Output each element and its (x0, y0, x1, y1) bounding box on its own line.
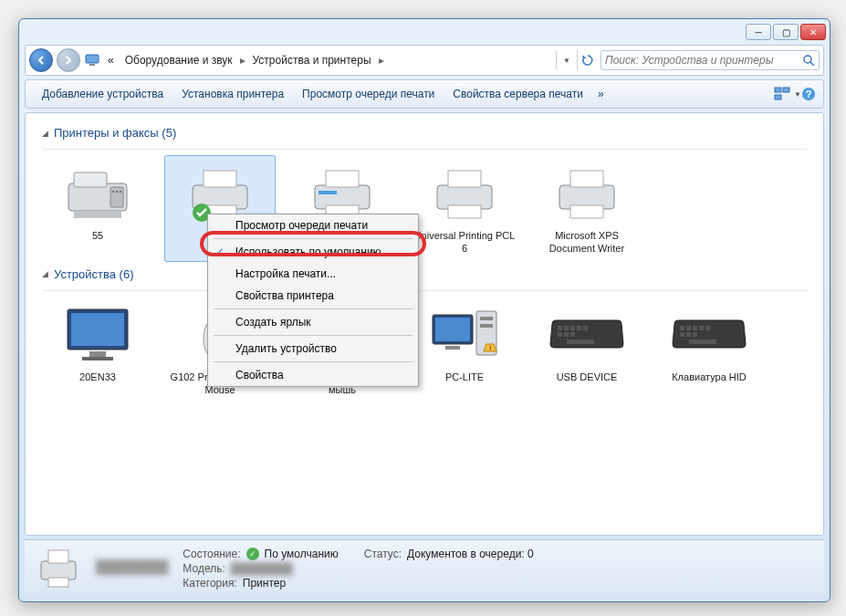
toolbar: Добавление устройства Установка принтера… (25, 79, 824, 109)
arrow-left-icon (36, 55, 47, 66)
printer-icon (36, 547, 81, 590)
collapse-icon: ◢ (42, 129, 48, 138)
printer-item[interactable]: Universal Printing PCL 6 (409, 155, 520, 262)
svg-rect-44 (480, 317, 493, 320)
nav-bar: « Оборудование и звук ▸ Устройства и при… (25, 45, 824, 76)
svg-rect-60 (705, 326, 710, 330)
svg-rect-42 (445, 346, 460, 350)
svg-rect-11 (110, 187, 123, 207)
group-header-printers[interactable]: ◢ Принтеры и факсы (5) (42, 120, 807, 150)
item-label: USB DEVICE (557, 371, 618, 383)
svg-rect-56 (680, 326, 684, 330)
selected-device-name: ████████ (96, 559, 168, 574)
ctx-properties[interactable]: Свойства (208, 364, 418, 386)
svg-rect-55 (567, 339, 594, 344)
state-key: Состояние: (183, 548, 240, 560)
toolbar-overflow-button[interactable]: » (592, 84, 610, 104)
menu-separator (214, 361, 413, 362)
refresh-icon (581, 54, 594, 67)
keyboard-icon (668, 303, 750, 367)
search-box[interactable] (601, 50, 820, 70)
svg-rect-61 (680, 332, 684, 337)
printers-list: 55 Universal Printing PCL 6 (42, 155, 807, 262)
keyboard-icon (546, 303, 628, 367)
checkmark-icon: ✓ (215, 245, 225, 258)
svg-point-12 (112, 191, 114, 193)
queue-value: Документов в очереди: 0 (407, 548, 534, 560)
view-print-queue-button[interactable]: Просмотр очереди печати (293, 84, 444, 104)
help-button[interactable]: ? (801, 87, 816, 101)
ctx-print-settings[interactable]: Настройка печати... (208, 263, 418, 285)
view-options-button[interactable]: ▼ (774, 87, 801, 101)
svg-rect-52 (558, 332, 562, 337)
printer-item[interactable]: Microsoft XPS Document Writer (531, 155, 642, 262)
svg-rect-66 (48, 550, 68, 563)
svg-rect-59 (699, 326, 704, 330)
chevron-down-icon[interactable]: ▼ (560, 57, 573, 65)
search-input[interactable] (605, 54, 799, 67)
category-value: Принтер (243, 577, 286, 590)
ctx-view-queue[interactable]: Просмотр очереди печати (208, 214, 418, 236)
device-item[interactable]: Клавиатура HID (653, 297, 765, 403)
printer-icon (423, 162, 506, 225)
minimize-button[interactable]: ─ (746, 24, 771, 40)
default-badge-icon: ✓ (246, 548, 259, 560)
svg-rect-41 (435, 318, 470, 341)
device-item[interactable]: 20EN33 (42, 297, 153, 403)
svg-rect-17 (204, 171, 236, 187)
pc-icon: ! (423, 303, 506, 367)
svg-rect-57 (686, 326, 691, 330)
group-title-devices: Устройства (6) (54, 267, 134, 281)
svg-rect-10 (74, 172, 107, 187)
breadcrumb[interactable]: « Оборудование и звук ▸ Устройства и при… (84, 52, 552, 68)
printer-item[interactable]: 55 (42, 155, 153, 262)
status-details: Состояние: ✓ По умолчанию Статус: Докуме… (183, 548, 533, 590)
add-device-button[interactable]: Добавление устройства (33, 84, 172, 104)
svg-rect-53 (564, 332, 569, 337)
ctx-remove-device[interactable]: Удалить устройство (208, 338, 418, 360)
device-item[interactable]: USB DEVICE (531, 297, 642, 403)
svg-rect-47 (558, 326, 562, 330)
svg-rect-49 (570, 326, 575, 330)
context-menu: Просмотр очереди печати ✓ Использовать п… (207, 214, 419, 387)
item-label: PC-LITE (445, 371, 484, 383)
item-label: Universal Printing PCL 6 (413, 229, 516, 256)
breadcrumb-level1[interactable]: Оборудование и звук (121, 52, 236, 68)
queue-key: Статус: (364, 548, 402, 560)
devices-icon (84, 52, 100, 68)
svg-text:!: ! (489, 344, 491, 352)
svg-rect-45 (480, 324, 493, 328)
svg-rect-63 (693, 332, 697, 337)
ctx-create-shortcut[interactable]: Создать ярлык (208, 311, 418, 333)
maximize-button[interactable]: ▢ (773, 24, 799, 40)
forward-button[interactable] (57, 48, 80, 72)
item-label: 20EN33 (79, 371, 116, 383)
svg-rect-29 (570, 205, 603, 218)
model-key: Модель: (183, 562, 225, 575)
svg-rect-25 (448, 171, 481, 187)
back-button[interactable] (29, 48, 53, 72)
refresh-button[interactable] (577, 50, 597, 70)
group-title-printers: Принтеры и факсы (5) (54, 126, 176, 140)
collapse-icon: ◢ (42, 269, 48, 278)
print-server-properties-button[interactable]: Свойства сервера печати (444, 84, 592, 104)
item-label: Клавиатура HID (672, 371, 747, 383)
svg-rect-50 (577, 326, 581, 330)
state-value: По умолчанию (265, 548, 339, 560)
fax-printer-icon (57, 162, 139, 225)
svg-rect-64 (689, 339, 716, 344)
ctx-set-default-label: Использовать по умолчанию (235, 245, 381, 258)
close-button[interactable]: ✕ (800, 24, 826, 40)
breadcrumb-level2[interactable]: Устройства и принтеры (249, 52, 375, 68)
ctx-printer-props[interactable]: Свойства принтера (208, 285, 418, 307)
svg-rect-32 (89, 351, 106, 357)
install-printer-button[interactable]: Установка принтера (172, 84, 293, 104)
ctx-set-default[interactable]: ✓ Использовать по умолчанию (208, 241, 418, 263)
chevron-right-icon: ▸ (379, 54, 384, 67)
group-header-devices[interactable]: ◢ Устройства (6) (42, 262, 807, 291)
menu-separator (214, 335, 413, 336)
search-icon[interactable] (802, 54, 815, 67)
device-item[interactable]: ! PC-LITE (409, 297, 520, 403)
printer-icon (546, 162, 628, 225)
chevron-right-icon: ▸ (240, 54, 245, 67)
